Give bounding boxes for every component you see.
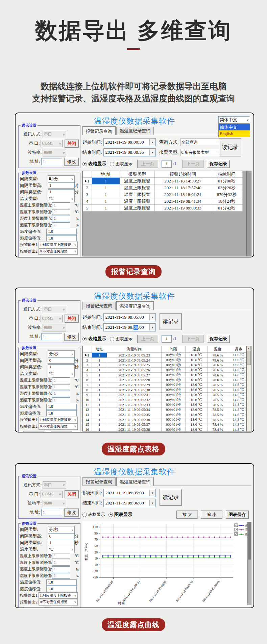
read-params-button[interactable]: 读取 bbox=[23, 431, 44, 432]
table-row[interactable]: ▶112021-11-19 09:05:2300分01秒18.6 ℃78.6 %… bbox=[83, 353, 251, 358]
table-row[interactable]: 1112021-11-19 09:05:3300分01秒18.6 ℃78.5 %… bbox=[83, 402, 251, 407]
page-number-input[interactable]: 1 bbox=[162, 160, 172, 168]
close-port-button[interactable]: 关闭 bbox=[65, 490, 79, 498]
modify-address-button[interactable]: 修改 bbox=[64, 333, 79, 341]
table-row[interactable]: 1212021-11-19 09:05:3400分01秒18.6 ℃78.5 %… bbox=[83, 407, 251, 413]
table-scrollbar[interactable]: ▲ bbox=[246, 346, 251, 431]
table-row[interactable]: 41温度上限报警2021-11-19 08:41:3418分24秒 bbox=[83, 198, 251, 205]
comm-row-select[interactable]: 串口∨ bbox=[43, 131, 66, 138]
alarm-output-select[interactable]: 0:不对应任何报警∨ bbox=[39, 423, 78, 430]
calendar-picker-icon[interactable]: ▾ bbox=[149, 324, 155, 330]
alarm-limit-input[interactable]: 1 bbox=[52, 202, 70, 208]
tab-alarm-query[interactable]: 报警记录查询 bbox=[82, 477, 116, 486]
table-display-radio[interactable] bbox=[82, 337, 87, 341]
temp-type-select[interactable]: ℃∨ bbox=[48, 546, 75, 553]
read-records-button[interactable]: 读记录 bbox=[219, 138, 241, 156]
calendar-picker-icon[interactable]: ▾ bbox=[149, 149, 155, 155]
interval-type-select[interactable]: 分:秒∨ bbox=[48, 526, 75, 534]
prev-page-button[interactable]: 上一页 bbox=[137, 335, 158, 343]
table-row[interactable]: 412021-11-19 09:05:2600分01秒18.6 ℃78.6 %1… bbox=[83, 368, 251, 373]
chart-scrollbar-thumb[interactable] bbox=[248, 522, 251, 560]
address-input[interactable]: 1 bbox=[41, 509, 62, 516]
table-row[interactable]: 512021-11-19 09:05:2700分01秒18.6 ℃78.6 %1… bbox=[83, 373, 251, 378]
table-row[interactable]: 1512021-11-19 09:05:3700分01秒18.6 ℃78.4 %… bbox=[83, 422, 251, 427]
comm-row-select[interactable]: 9600∨ bbox=[43, 324, 66, 331]
modify-address-button[interactable]: 修改 bbox=[64, 509, 79, 517]
calendar-picker-icon[interactable]: ▾ bbox=[149, 500, 155, 506]
comm-row-select[interactable]: 9600∨ bbox=[43, 149, 66, 156]
save-records-button[interactable]: 保存记录 bbox=[207, 335, 230, 343]
alarm-output-select[interactable]: 1:对应温度上限报警∨ bbox=[39, 417, 78, 423]
interval-high-input[interactable]: 1 bbox=[48, 182, 75, 189]
end-time-input[interactable]: 2021-11-19 09:06:00▾ bbox=[103, 323, 156, 331]
prev-page-button[interactable]: 上一页 bbox=[137, 160, 158, 168]
table-row[interactable]: 612021-11-19 09:05:2800分01秒18.6 ℃78.6 %1… bbox=[83, 377, 251, 382]
start-time-input[interactable]: 2021-11-19 09:05:00▾ bbox=[103, 489, 156, 497]
alarm-limit-input[interactable]: 1 bbox=[52, 553, 70, 559]
offset-input[interactable]: 1.0 bbox=[46, 410, 77, 416]
interval-low-input[interactable]: 1 bbox=[48, 189, 75, 195]
scrollbar-thumb[interactable] bbox=[247, 351, 251, 365]
chart-save-button[interactable]: 图表保存 bbox=[226, 511, 249, 519]
comm-row-select[interactable]: 9600∨ bbox=[43, 500, 66, 507]
read-params-button[interactable]: 读取 bbox=[23, 607, 44, 608]
zoom-in-button[interactable]: 放 大 bbox=[176, 511, 198, 519]
close-port-button[interactable]: 关闭 bbox=[65, 315, 79, 323]
table-row[interactable]: 51温度上限报警2021-11-19 09:00:3301分42秒 bbox=[83, 205, 251, 212]
alarm-limit-input[interactable]: 1 bbox=[52, 391, 70, 396]
language-select[interactable]: 简体中文∨ bbox=[218, 116, 250, 124]
close-port-button[interactable]: 关闭 bbox=[65, 140, 79, 148]
alarm-limit-input[interactable]: 1 bbox=[52, 560, 70, 566]
modify-address-button[interactable]: 修改 bbox=[64, 158, 79, 166]
temp-type-select[interactable]: ℃∨ bbox=[48, 195, 75, 202]
table-scrollbar[interactable] bbox=[246, 171, 251, 256]
table-row[interactable]: 912021-11-19 09:05:3100分01秒18.6 ℃78.5 %1… bbox=[83, 393, 251, 398]
tab-record-query[interactable]: 温湿度记录查询 bbox=[116, 301, 154, 310]
alarm-limit-input[interactable]: 1 bbox=[52, 397, 70, 403]
read-records-button[interactable]: 读记录 bbox=[160, 313, 182, 330]
calendar-picker-icon[interactable]: ▾ bbox=[149, 490, 155, 496]
address-input[interactable]: 1 bbox=[41, 333, 62, 340]
temp-type-select[interactable]: ℃∨ bbox=[48, 370, 75, 377]
comm-row-select[interactable]: COM5∨ bbox=[41, 491, 63, 498]
calendar-picker-icon[interactable]: ▾ bbox=[149, 139, 155, 145]
comm-row-select[interactable]: COM5∨ bbox=[41, 315, 63, 322]
offset-input[interactable]: 1.0 bbox=[46, 235, 77, 241]
offset-input[interactable]: 1.0 bbox=[46, 586, 77, 592]
query-mode-select[interactable]: 全部查询∨ bbox=[180, 139, 222, 146]
tab-alarm-query[interactable]: 报警记录查询 bbox=[82, 126, 116, 135]
read-records-button[interactable]: 读记录 bbox=[160, 489, 182, 506]
table-display-radio[interactable] bbox=[82, 162, 87, 166]
alarm-output-select[interactable]: 0:不对应任何报警∨ bbox=[39, 248, 78, 255]
interval-type-select[interactable]: 时:分∨ bbox=[48, 175, 75, 183]
start-time-input[interactable]: 2021-11-19 09:05:00▾ bbox=[103, 313, 156, 321]
modify-params-button[interactable]: 修改 bbox=[51, 607, 72, 608]
next-page-button[interactable]: 下一页 bbox=[183, 160, 203, 168]
table-row[interactable]: 1412021-11-19 09:05:3600分01秒18.6 ℃78.5 %… bbox=[83, 417, 251, 422]
alarm-limit-input[interactable]: 1 bbox=[52, 377, 70, 383]
zoom-out-button[interactable]: 缩 小 bbox=[201, 511, 222, 519]
chart-display-radio[interactable] bbox=[110, 162, 114, 166]
table-row[interactable]: 1612021-11-19 09:05:3800分01秒18.6 ℃78.4 %… bbox=[83, 427, 251, 431]
comm-row-select[interactable]: 串口∨ bbox=[43, 481, 66, 489]
next-page-button[interactable]: 下一页 bbox=[183, 335, 203, 343]
tab-record-query[interactable]: 温湿度记录查询 bbox=[116, 127, 154, 135]
chart-display-radio[interactable] bbox=[110, 337, 114, 341]
chart-scrollbar[interactable] bbox=[247, 522, 251, 605]
table-row[interactable]: 312021-11-19 09:05:2500分01秒18.6 ℃78.6 %1… bbox=[83, 363, 251, 368]
table-row[interactable]: ▶11温度上限报警2021-11-18 14:33:2701分00秒 bbox=[83, 178, 251, 184]
start-time-input[interactable]: 2021-11-19 09:00:30▾ bbox=[103, 138, 156, 146]
offset-input[interactable]: 1.0 bbox=[46, 229, 77, 235]
interval-type-select[interactable]: 分:秒∨ bbox=[48, 350, 75, 358]
calendar-picker-icon[interactable]: ▾ bbox=[149, 314, 155, 320]
alarm-output-select[interactable]: 1:对应温度上限报警∨ bbox=[39, 592, 78, 599]
interval-high-input[interactable]: 0 bbox=[48, 357, 75, 364]
table-row[interactable]: 1012021-11-19 09:05:3200分01秒18.6 ℃78.5 %… bbox=[83, 397, 251, 402]
alarm-output-select[interactable]: 0:不对应任何报警∨ bbox=[39, 599, 78, 605]
chart-display-radio[interactable] bbox=[108, 513, 113, 517]
table-row[interactable]: 1312021-11-19 09:05:3500分01秒18.6 ℃78.5 %… bbox=[83, 412, 251, 417]
modify-params-button[interactable]: 修改 bbox=[51, 431, 72, 432]
interval-high-input[interactable]: 0 bbox=[48, 533, 75, 539]
scroll-up-arrow-icon[interactable]: ▲ bbox=[247, 346, 251, 350]
alarm-limit-input[interactable]: 1 bbox=[52, 216, 70, 221]
